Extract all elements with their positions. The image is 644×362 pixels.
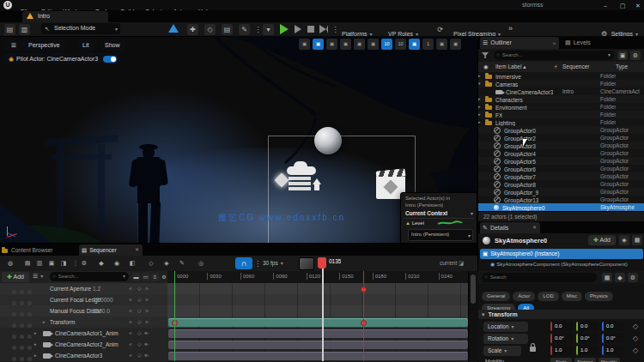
animation-section-bar[interactable]	[168, 341, 468, 349]
track-row-prop[interactable]: Current Aperture1.2◃◇▹	[0, 283, 167, 295]
camera-thumbnail[interactable]	[299, 257, 314, 270]
outliner-row[interactable]: GroupActor5GroupActor	[478, 157, 644, 165]
sequencer-add-button[interactable]: ✚ Add	[2, 272, 29, 282]
save-icon[interactable]: ▤	[4, 24, 15, 35]
fps-dropdown[interactable]: 30 fps▾	[263, 258, 283, 268]
outliner-search-input[interactable]: ○Search... ▾	[494, 51, 614, 60]
camera-speed-icon[interactable]: 1	[422, 39, 434, 50]
mobility-stationa[interactable]: Stationa	[574, 358, 596, 362]
details-options-icon[interactable]: ▦	[632, 235, 642, 245]
pilot-actor-bar[interactable]: ◉Pilot Actor: CineCameraActor3	[3, 53, 120, 64]
scale-tool-icon[interactable]: ▣	[340, 39, 351, 50]
outliner-row[interactable]: GroupActor0GroupActor	[478, 126, 644, 134]
tab-details[interactable]: ✎Details ✕	[480, 222, 540, 233]
close-icon[interactable]: ✕	[135, 244, 139, 256]
brush-icon[interactable]: ✎	[239, 24, 250, 35]
selection-mode-dropdown[interactable]: ↖ Selection Mode ▾	[41, 23, 120, 34]
scale-keyframe-icon[interactable]: ◇	[633, 346, 638, 355]
col-type[interactable]: Type	[616, 62, 628, 72]
rotation-dropdown[interactable]: Rotation▾	[483, 334, 528, 344]
grid-view-icon[interactable]: ▦	[602, 273, 612, 282]
outliner-row[interactable]: SkyAtmosphere0SkyAtmosphe	[478, 203, 644, 211]
viewport[interactable]: 魔艺CG www.ednxxfb.cn ☰ Perspective Lit Sh…	[0, 36, 477, 243]
select-tool-icon[interactable]: ▣	[299, 39, 310, 50]
close-icon[interactable]: ✕	[532, 222, 537, 233]
save-icon[interactable]: ▤	[22, 258, 33, 268]
details-gear-icon[interactable]: ⚙	[628, 273, 638, 282]
marker-pin-icon[interactable]: ◎	[196, 258, 206, 268]
outliner-row[interactable]: CineCameraActor3IntroCineCameraAct	[478, 87, 644, 95]
maximize-viewport-icon[interactable]: ▣	[450, 39, 461, 50]
curve-tool-icon[interactable]: ✎	[177, 258, 187, 268]
add-component-button[interactable]: ✚ Add	[588, 235, 616, 245]
modes-icon[interactable]	[168, 24, 179, 33]
col-sequencer[interactable]: Sequencer	[562, 62, 589, 72]
popup-collapse-icon[interactable]: ▾	[471, 210, 473, 216]
save-all-icon[interactable]: ▥	[34, 258, 45, 268]
minimize-button[interactable]: –	[601, 2, 610, 9]
perspective-dropdown[interactable]: Perspective	[23, 39, 65, 51]
blueprints-icon[interactable]: ◇	[204, 24, 216, 35]
animation-section-bar[interactable]	[168, 352, 468, 360]
outliner-row[interactable]: GroupActor2GroupActor	[478, 134, 644, 142]
lit-dropdown[interactable]: Lit	[77, 39, 94, 51]
refresh-icon[interactable]: ⟳	[434, 24, 446, 35]
sequencer-search-input[interactable]: ○Search...▾	[50, 272, 129, 281]
toolbar-expand-icon[interactable]: »	[508, 24, 513, 33]
mobility-static[interactable]: Static	[550, 358, 572, 362]
popup-level-dropdown[interactable]: Intro (Persistent) ▾	[408, 229, 473, 241]
scale-dropdown[interactable]: Scale▾	[483, 346, 521, 356]
outliner-row[interactable]: GroupActor4GroupActor	[478, 149, 644, 157]
transform-section-bar[interactable]	[168, 318, 468, 327]
section-style-icon[interactable]: ◈	[161, 258, 172, 268]
playhead-handle[interactable]	[318, 257, 326, 268]
scrollbar-thumb[interactable]	[471, 275, 476, 304]
eye-options-icon[interactable]: ◉	[112, 258, 122, 268]
lock-icon[interactable]	[530, 347, 536, 352]
visibility-column-icon[interactable]: ◉	[483, 62, 489, 72]
component-row[interactable]: ◉SkyAtmosphereComponent (SkyAtmosphereCo…	[490, 260, 643, 269]
display-filter-icon[interactable]: ◆	[615, 273, 625, 282]
instance-row[interactable]: ▣SkyAtmosphere0 (Instance)	[480, 249, 643, 259]
surface-snap-icon[interactable]: ▣	[368, 39, 379, 50]
location-z-field[interactable]: 0.0	[602, 322, 624, 331]
outliner-row[interactable]: GroupActor8GroupActor	[478, 180, 644, 188]
view-normal-icon[interactable]: ▭	[142, 273, 149, 281]
new-folder-icon[interactable]: ▣	[617, 51, 628, 60]
track-lane[interactable]	[167, 283, 468, 295]
add-actor-icon[interactable]: ✚	[187, 24, 198, 35]
tab-content-browser[interactable]: Content Browser	[2, 244, 74, 256]
outliner-row[interactable]: ▸FXFolder	[478, 111, 644, 118]
view-gear-icon[interactable]: ⚙	[161, 273, 167, 281]
move-tool-icon[interactable]: ▣	[313, 39, 324, 50]
playback-end-marker[interactable]	[363, 271, 364, 361]
keyframe-add-icon[interactable]: ◆	[96, 258, 106, 268]
wrench-icon[interactable]: ⚙	[79, 258, 89, 268]
rotation-y-field[interactable]: 0.0°	[576, 334, 598, 343]
play-button[interactable]	[280, 24, 289, 34]
render-movie-icon[interactable]: ▣	[46, 258, 57, 268]
pixel-streaming-dropdown[interactable]: Pixel Streaming▾	[453, 24, 501, 34]
track-lane[interactable]	[167, 305, 468, 317]
grid-snap-icon[interactable]: 10	[381, 39, 392, 50]
clapper-icon[interactable]: ◨	[58, 258, 69, 268]
cinematics-icon[interactable]: ▤	[222, 24, 233, 35]
location-keyframe-icon[interactable]: ◇	[633, 322, 638, 331]
rotation-keyframe-icon[interactable]: ◇	[633, 334, 638, 343]
maximize-button[interactable]: ▢	[618, 2, 627, 9]
play-options-icon[interactable]: ⋮	[330, 24, 341, 35]
rotation-x-field[interactable]: 0.0°	[550, 334, 573, 343]
blueprint-edit-icon[interactable]: ◈	[619, 235, 629, 245]
outliner-settings-icon[interactable]: ⚙	[630, 51, 641, 60]
platforms-dropdown[interactable]: Platforms▾	[342, 24, 373, 34]
tab-sequencer[interactable]: ▤Sequencer ✕	[79, 244, 143, 256]
track-row-camera[interactable]: ▸CineCameraActor3▾◃◇▹	[0, 350, 167, 362]
show-dropdown[interactable]: Show	[100, 39, 125, 51]
preview-dropdown-icon[interactable]: ▾	[263, 24, 274, 35]
track-row-prop[interactable]: Manual Focus Distance3500.0◃◇▹	[0, 305, 167, 317]
tab-levels[interactable]: ▤Levels	[562, 37, 614, 49]
col-item-label[interactable]: Item Label ▴	[495, 62, 526, 72]
outliner-row[interactable]: GroupActor_9GroupActor	[478, 188, 644, 196]
scale-z-field[interactable]: 1.0	[602, 346, 624, 355]
sky-atmosphere-gizmo[interactable]	[314, 127, 342, 154]
